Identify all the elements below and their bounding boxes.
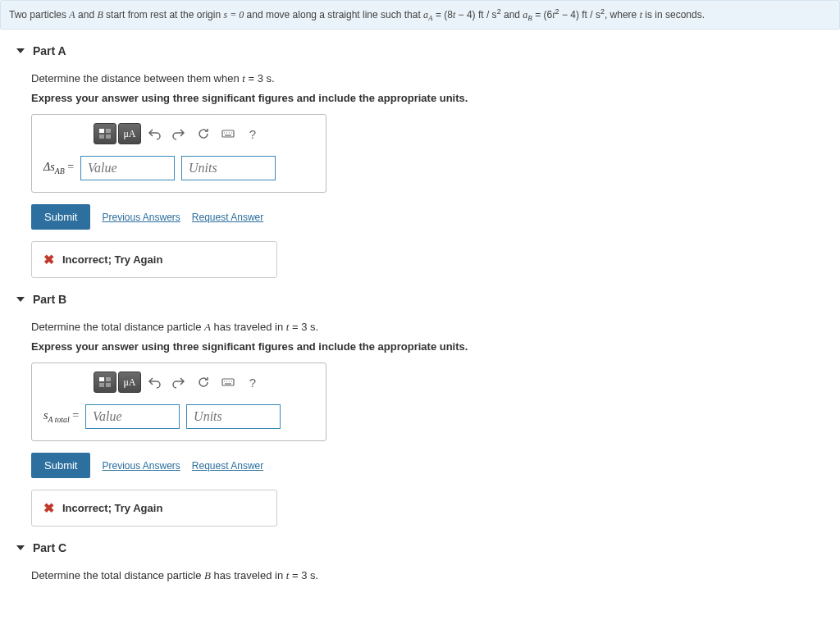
- redo-icon[interactable]: [167, 372, 190, 393]
- part-b-header[interactable]: Part B: [16, 293, 840, 306]
- template-icon[interactable]: [94, 123, 116, 144]
- part-a-header[interactable]: Part A: [16, 44, 840, 57]
- feedback-text-b: Incorrect; Try Again: [62, 502, 162, 514]
- x-icon: ✖: [43, 500, 54, 516]
- part-b-instruction: Express your answer using three signific…: [31, 340, 840, 353]
- problem-statement: Two particles A and B start from rest at…: [0, 0, 840, 30]
- units-input-a[interactable]: [181, 156, 276, 180]
- chevron-down-icon: [16, 545, 25, 550]
- text: Two particles: [9, 9, 69, 21]
- submit-button-a[interactable]: Submit: [31, 204, 90, 230]
- svg-rect-1: [106, 129, 111, 133]
- part-b-question: Determine the total distance particle A …: [31, 321, 840, 334]
- part-a: Part A Determine the distance between th…: [16, 44, 840, 278]
- request-answer-link-b[interactable]: Request Answer: [192, 460, 263, 472]
- variable-label-a: ΔsAB =: [43, 161, 74, 176]
- toolbar-b: μA ?: [39, 372, 319, 393]
- svg-rect-13: [106, 383, 111, 387]
- template-icon[interactable]: [94, 372, 116, 393]
- part-c-title: Part C: [33, 541, 66, 554]
- svg-rect-11: [106, 377, 111, 381]
- part-a-title: Part A: [33, 44, 66, 57]
- value-input-a[interactable]: [80, 156, 175, 180]
- svg-rect-3: [106, 134, 111, 139]
- reset-icon[interactable]: [192, 123, 215, 144]
- reset-icon[interactable]: [192, 372, 215, 393]
- part-b: Part B Determine the total distance part…: [16, 293, 840, 527]
- feedback-text-a: Incorrect; Try Again: [62, 253, 162, 266]
- svg-rect-14: [222, 379, 234, 385]
- undo-icon[interactable]: [143, 372, 166, 393]
- mu-a-button[interactable]: μA: [118, 372, 141, 393]
- part-c-question: Determine the total distance particle B …: [31, 569, 840, 582]
- x-icon: ✖: [43, 252, 54, 267]
- svg-rect-2: [99, 134, 104, 139]
- previous-answers-link-a[interactable]: Previous Answers: [102, 212, 180, 223]
- svg-rect-0: [99, 129, 104, 133]
- previous-answers-link-b[interactable]: Previous Answers: [102, 460, 180, 472]
- svg-rect-12: [99, 383, 104, 387]
- keyboard-icon[interactable]: [217, 123, 240, 144]
- redo-icon[interactable]: [167, 123, 190, 144]
- part-a-question: Determine the distance between them when…: [31, 72, 840, 85]
- svg-rect-10: [99, 377, 104, 381]
- chevron-down-icon: [16, 48, 25, 53]
- units-input-b[interactable]: [186, 404, 281, 429]
- answer-box-b: μA ? sA total =: [31, 362, 326, 441]
- variable-label-b: sA total =: [43, 409, 79, 424]
- part-c: Part C: [16, 541, 840, 554]
- help-icon[interactable]: ?: [241, 123, 264, 144]
- value-input-b[interactable]: [85, 404, 180, 429]
- part-c-header[interactable]: Part C: [16, 541, 840, 554]
- feedback-a: ✖ Incorrect; Try Again: [31, 241, 277, 278]
- chevron-down-icon: [16, 297, 25, 302]
- part-b-title: Part B: [33, 293, 66, 306]
- mu-a-button[interactable]: μA: [118, 123, 141, 144]
- answer-box-a: μA ? ΔsAB =: [31, 114, 326, 193]
- help-icon[interactable]: ?: [241, 372, 264, 393]
- submit-button-b[interactable]: Submit: [31, 453, 90, 478]
- svg-rect-4: [222, 130, 234, 137]
- part-a-instruction: Express your answer using three signific…: [31, 92, 840, 104]
- keyboard-icon[interactable]: [217, 372, 240, 393]
- toolbar-a: μA ?: [39, 123, 319, 144]
- feedback-b: ✖ Incorrect; Try Again: [31, 490, 277, 527]
- request-answer-link-a[interactable]: Request Answer: [192, 212, 263, 223]
- undo-icon[interactable]: [143, 123, 166, 144]
